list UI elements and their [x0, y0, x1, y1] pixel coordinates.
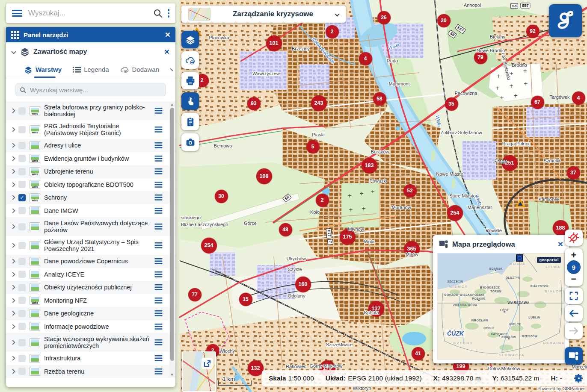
fullscreen-button[interactable]: [565, 288, 583, 304]
layer-row[interactable]: Informacje powodziowe: [6, 320, 175, 333]
layer-expand-chevron[interactable]: [10, 324, 15, 329]
attribution-brand[interactable]: GISPartner: [562, 386, 585, 391]
layer-row[interactable]: ✓wmsSchrony: [6, 191, 175, 204]
toolbar-layers-button[interactable]: [181, 31, 199, 48]
layer-expand-chevron[interactable]: [10, 169, 15, 174]
layer-menu-icon[interactable]: [154, 324, 163, 330]
cluster-marker[interactable]: 58: [373, 92, 386, 106]
layer-expand-chevron[interactable]: [10, 259, 15, 264]
layer-expand-chevron[interactable]: [10, 108, 15, 113]
layer-checkbox[interactable]: [18, 339, 26, 346]
toolbar-print-button[interactable]: [181, 72, 199, 89]
layer-row[interactable]: Główny Urząd Statystyczny – Spis Powszec…: [6, 236, 175, 255]
cluster-marker[interactable]: 35: [445, 97, 458, 111]
layer-menu-icon[interactable]: [154, 258, 163, 264]
layer-menu-icon[interactable]: [154, 339, 163, 345]
layer-row[interactable]: Dane IMGW: [6, 204, 175, 218]
cluster-marker[interactable]: 254: [447, 205, 463, 221]
layer-expand-chevron[interactable]: [10, 272, 15, 277]
geoportal-app-logo[interactable]: [549, 4, 582, 37]
layer-row[interactable]: wmsEwidencja gruntów i budynków: [6, 152, 175, 165]
layer-expand-chevron[interactable]: [10, 127, 15, 132]
cluster-marker[interactable]: 26: [377, 11, 391, 24]
cluster-marker[interactable]: 79: [474, 51, 487, 64]
layer-expand-chevron[interactable]: [10, 224, 15, 229]
cluster-marker[interactable]: 365: [404, 241, 420, 257]
history-forward-button[interactable]: [565, 323, 583, 339]
overview-toggle-button[interactable]: [565, 347, 583, 365]
search-icon[interactable]: [153, 9, 163, 18]
layer-expand-chevron[interactable]: [10, 195, 15, 200]
layer-menu-icon[interactable]: [154, 355, 163, 361]
layer-list-scrollbar[interactable]: ▲▼: [169, 102, 175, 377]
cluster-marker[interactable]: 77: [188, 288, 202, 301]
history-back-button[interactable]: [565, 305, 583, 321]
layer-checkbox[interactable]: [18, 284, 26, 291]
layer-checkbox[interactable]: [18, 107, 26, 115]
layer-expand-chevron[interactable]: [10, 356, 15, 361]
layer-menu-icon[interactable]: [154, 168, 163, 174]
cluster-marker[interactable]: 67: [531, 96, 544, 109]
cluster-marker[interactable]: 108: [256, 168, 272, 184]
layer-expand-chevron[interactable]: [10, 285, 15, 290]
layer-checkbox[interactable]: [18, 297, 26, 304]
cluster-marker[interactable]: 37: [567, 166, 580, 180]
layer-menu-icon[interactable]: [154, 156, 163, 162]
cluster-marker[interactable]: 20: [437, 14, 451, 27]
layer-row[interactable]: Infrastruktura: [6, 352, 175, 365]
zoom-out-button[interactable]: −: [571, 275, 577, 283]
layer-expand-chevron[interactable]: [10, 243, 15, 248]
layer-row[interactable]: Rzeźba terenu: [6, 365, 175, 378]
layer-row[interactable]: wmsObiekty topograficzne BDOT500: [6, 178, 175, 192]
cluster-marker[interactable]: 93: [247, 97, 261, 110]
more-options-button[interactable]: [168, 9, 170, 18]
map-content-close-button[interactable]: ×: [164, 47, 169, 56]
cluster-marker[interactable]: 48: [279, 223, 292, 236]
layer-row[interactable]: Obiekty użyteczności publicznej: [6, 281, 175, 294]
layer-checkbox[interactable]: [18, 323, 26, 330]
layer-menu-icon[interactable]: [154, 310, 163, 316]
map-context-switcher[interactable]: Zarządzanie kryzysowe: [181, 6, 346, 23]
layer-search-input[interactable]: [29, 86, 162, 94]
overview-map[interactable]: geoportal ČÚZK GDAŃSKOLSZTYNSZCZECINBYDG…: [437, 253, 565, 360]
cluster-marker[interactable]: 101: [266, 35, 282, 51]
tab-warstwy[interactable]: Warstwy: [24, 61, 62, 78]
layer-menu-icon[interactable]: [154, 142, 163, 148]
cluster-marker[interactable]: 2: [326, 25, 339, 38]
cluster-marker[interactable]: 160: [295, 277, 311, 292]
layer-menu-icon[interactable]: [154, 284, 163, 290]
cluster-marker[interactable]: 2: [316, 194, 329, 207]
overview-close-button[interactable]: ×: [558, 240, 563, 248]
layer-expand-chevron[interactable]: [10, 208, 15, 213]
layer-menu-icon[interactable]: [154, 195, 163, 200]
cluster-marker[interactable]: 243: [311, 95, 327, 111]
basemap-preview[interactable]: [182, 351, 216, 392]
cluster-marker[interactable]: 5: [306, 140, 320, 153]
layer-checkbox[interactable]: [18, 355, 26, 362]
cluster-marker[interactable]: 4: [359, 52, 372, 65]
cluster-marker[interactable]: 175: [340, 229, 356, 245]
layer-menu-icon[interactable]: [154, 224, 163, 230]
layer-row[interactable]: Dane powodziowe Copernicus: [6, 255, 175, 268]
cluster-marker[interactable]: 30: [215, 190, 228, 203]
tab-legenda[interactable]: Legenda: [73, 61, 109, 78]
layer-row[interactable]: Dane Lasów Państwowych dotyczące pożarów: [6, 217, 175, 236]
cluster-marker[interactable]: 41: [412, 347, 425, 360]
layer-menu-icon[interactable]: [154, 271, 163, 277]
layer-menu-icon[interactable]: [154, 182, 163, 188]
layer-row[interactable]: wmsMonitoring NFZ: [6, 294, 175, 307]
layer-row[interactable]: wmsUzbrojenie terenu: [6, 165, 175, 178]
layer-menu-icon[interactable]: [154, 298, 163, 304]
tool-panel-close-button[interactable]: ×: [165, 30, 170, 39]
layer-checkbox[interactable]: [18, 126, 26, 133]
zoom-in-button[interactable]: +: [571, 251, 577, 259]
layer-menu-icon[interactable]: [154, 368, 163, 374]
layer-checkbox[interactable]: [18, 368, 26, 375]
expand-basemap-button[interactable]: [202, 358, 213, 369]
cluster-marker[interactable]: 4: [572, 91, 585, 105]
layer-expand-chevron[interactable]: [10, 340, 15, 345]
layer-expand-chevron[interactable]: [10, 298, 15, 303]
tab-dodawanie[interactable]: Dodawanie: [120, 61, 160, 78]
layer-checkbox[interactable]: [18, 207, 26, 214]
cluster-marker[interactable]: 132: [248, 360, 264, 376]
